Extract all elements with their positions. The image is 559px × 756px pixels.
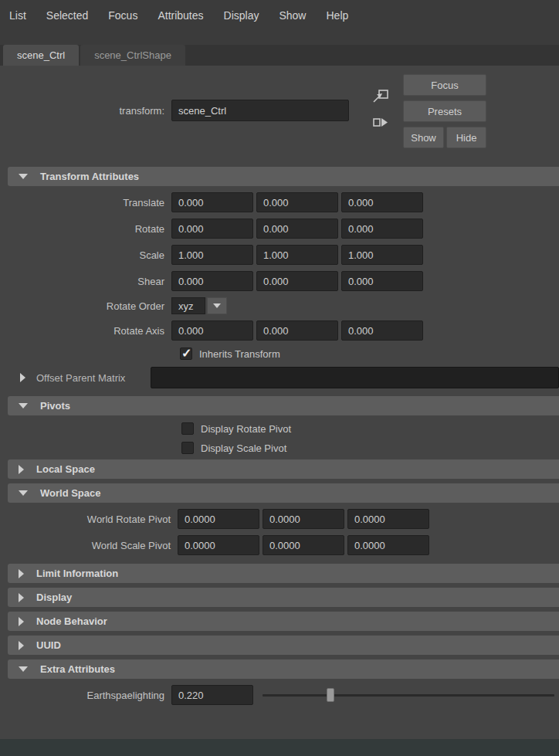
rotate-axis-label: Rotate Axis: [0, 325, 171, 337]
rotate-order-dropdown-button[interactable]: [207, 297, 227, 314]
tab-bar: scene_Ctrl scene_CtrlShape: [0, 45, 559, 66]
translate-x-input[interactable]: [171, 192, 253, 212]
transform-name-input[interactable]: [171, 100, 349, 121]
offset-parent-matrix-row: Offset Parent Matrix: [0, 366, 559, 389]
world-scale-pivot-label: World Scale Pivot: [0, 540, 178, 551]
section-node-behavior[interactable]: Node Behavior: [8, 612, 559, 631]
arrow-out-of-box-icon: [372, 116, 389, 130]
menu-focus[interactable]: Focus: [108, 9, 137, 22]
section-title: Limit Information: [36, 568, 118, 579]
show-button[interactable]: Show: [403, 127, 444, 148]
rotate-order-row: Rotate Order xyz: [0, 297, 559, 314]
header-buttons: Focus Presets Show Hide: [403, 74, 486, 148]
section-title: Display: [36, 592, 72, 603]
scale-z-input[interactable]: [341, 245, 423, 265]
shear-y-input[interactable]: [256, 271, 338, 291]
section-extra-attributes[interactable]: Extra Attributes: [8, 659, 559, 679]
display-rotate-pivot-row: Display Rotate Pivot: [181, 422, 559, 435]
section-pivots[interactable]: Pivots: [8, 396, 559, 415]
world-scale-pivot-x-input[interactable]: [178, 535, 259, 555]
shear-row: Shear: [0, 271, 559, 291]
shear-label: Shear: [0, 276, 171, 287]
chevron-right-icon: [19, 593, 24, 602]
world-rotate-pivot-z-input[interactable]: [347, 509, 429, 529]
chevron-right-icon: [19, 465, 24, 474]
inherits-transform-label: Inherits Transform: [199, 348, 280, 360]
section-uuid[interactable]: UUID: [8, 636, 559, 655]
section-title: Transform Attributes: [40, 171, 139, 182]
chevron-right-icon: [19, 569, 24, 578]
display-scale-pivot-row: Display Scale Pivot: [181, 442, 559, 454]
section-title: Node Behavior: [36, 615, 107, 627]
display-scale-pivot-checkbox[interactable]: [181, 442, 194, 454]
menu-attributes[interactable]: Attributes: [158, 9, 203, 22]
section-display[interactable]: Display: [8, 588, 559, 607]
rotate-axis-x-input[interactable]: [171, 320, 253, 341]
chevron-down-icon: [19, 403, 28, 409]
menu-help[interactable]: Help: [326, 9, 348, 22]
chevron-down-icon: [19, 666, 28, 672]
earthspaelighting-input[interactable]: [171, 685, 253, 705]
shear-x-input[interactable]: [171, 271, 253, 291]
slider-handle[interactable]: [327, 688, 334, 702]
section-transform-attributes[interactable]: Transform Attributes: [8, 167, 559, 186]
rotate-z-input[interactable]: [341, 219, 423, 239]
section-limit-information[interactable]: Limit Information: [8, 564, 559, 583]
menu-bar-spacer: [0, 31, 559, 45]
translate-y-input[interactable]: [256, 192, 338, 212]
rotate-row: Rotate: [0, 219, 559, 239]
rotate-x-input[interactable]: [171, 219, 253, 239]
earthspaelighting-row: Earthspaelighting: [0, 685, 559, 705]
world-rotate-pivot-label: World Rotate Pivot: [0, 514, 178, 525]
rotate-y-input[interactable]: [256, 219, 338, 239]
pin-tab-button[interactable]: [371, 87, 391, 106]
world-rotate-pivot-y-input[interactable]: [263, 509, 344, 529]
inherits-transform-checkbox[interactable]: [180, 347, 192, 360]
display-scale-pivot-label: Display Scale Pivot: [201, 442, 286, 454]
menu-show[interactable]: Show: [279, 9, 306, 22]
display-rotate-pivot-checkbox[interactable]: [181, 422, 194, 435]
earthspaelighting-slider[interactable]: [263, 688, 554, 702]
chevron-right-icon: [19, 641, 24, 650]
presets-button[interactable]: Presets: [403, 100, 486, 122]
rotate-axis-z-input[interactable]: [341, 320, 423, 341]
section-local-space[interactable]: Local Space: [8, 459, 559, 479]
chevron-down-icon: [19, 490, 28, 496]
bottom-panel-strip: [0, 739, 559, 756]
focus-button[interactable]: Focus: [403, 74, 486, 96]
rotate-order-label: Rotate Order: [0, 300, 171, 312]
world-rotate-pivot-x-input[interactable]: [178, 509, 259, 529]
tab-scene-ctrl[interactable]: scene_Ctrl: [3, 45, 79, 66]
tab-scene-ctrl-shape[interactable]: scene_CtrlShape: [80, 45, 185, 66]
breakout-tab-button[interactable]: [371, 114, 391, 132]
world-scale-pivot-y-input[interactable]: [263, 535, 344, 555]
rotate-axis-y-input[interactable]: [256, 320, 338, 341]
chevron-down-icon: [213, 303, 221, 308]
rotate-order-value[interactable]: xyz: [171, 297, 205, 314]
scale-y-input[interactable]: [256, 245, 338, 265]
translate-z-input[interactable]: [341, 192, 423, 212]
section-title: UUID: [36, 639, 61, 651]
shear-z-input[interactable]: [341, 271, 423, 291]
offset-parent-matrix-field[interactable]: [151, 367, 559, 388]
offset-parent-matrix-label: Offset Parent Matrix: [36, 372, 151, 384]
menu-list[interactable]: List: [9, 9, 26, 22]
menu-selected[interactable]: Selected: [46, 9, 88, 22]
menu-bar: List Selected Focus Attributes Display S…: [0, 0, 559, 31]
chevron-right-icon: [19, 617, 24, 626]
chevron-right-icon[interactable]: [20, 373, 25, 382]
translate-row: Translate: [0, 192, 559, 212]
world-scale-pivot-row: World Scale Pivot: [0, 535, 559, 555]
world-scale-pivot-z-input[interactable]: [347, 535, 429, 555]
transform-field-label: transform:: [0, 105, 171, 117]
menu-display[interactable]: Display: [224, 9, 259, 22]
hide-button[interactable]: Hide: [446, 127, 486, 148]
section-world-space[interactable]: World Space: [8, 483, 559, 503]
rotate-axis-row: Rotate Axis: [0, 320, 559, 341]
translate-label: Translate: [0, 197, 171, 208]
inherits-transform-row: Inherits Transform: [180, 347, 559, 360]
scale-x-input[interactable]: [171, 245, 253, 265]
slider-track[interactable]: [263, 694, 554, 697]
display-rotate-pivot-label: Display Rotate Pivot: [201, 423, 291, 435]
world-rotate-pivot-row: World Rotate Pivot: [0, 509, 559, 529]
